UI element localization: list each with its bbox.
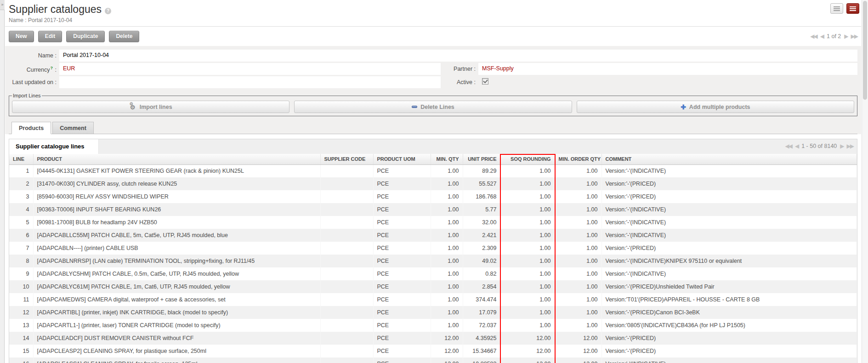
cell-min-order-qty: 1.00	[555, 255, 601, 267]
updated-active-row: Last updated on : Active :	[9, 76, 857, 88]
form-view-button[interactable]	[846, 3, 859, 14]
cell-supplier-code	[320, 190, 373, 203]
previous-page-icon[interactable]: ◀	[820, 33, 823, 40]
cell-comment: Version:'-'(PRICED)Unshielded Twited Pai…	[601, 280, 857, 293]
form-sheet: Name : Portal 2017-10-04 Currency? : EUR…	[5, 46, 861, 134]
page-title: Supplier catalogues	[9, 3, 102, 16]
table-row[interactable]: 7[ADAPCABLN----] (printer) CABLE USBPCE1…	[9, 242, 857, 255]
sidebar-expand-button[interactable]: »	[0, 0, 5, 10]
table-row[interactable]: 10[ADAPCABLYC61M] PATCH CABLE, 1m, Cat6,…	[9, 280, 857, 293]
edit-button[interactable]: Edit	[38, 31, 62, 42]
table-row[interactable]: 9[ADAPCABLYC5HM] PATCH CABLE, 0.5m, Cat5…	[9, 267, 857, 280]
cell-comment: Version:'-'(INDICATIVE)KNIPEX 975110 or …	[601, 255, 857, 267]
cell-supplier-code	[320, 216, 373, 229]
cell-min-qty: 1.00	[431, 216, 463, 229]
list-view-button[interactable]	[830, 3, 843, 14]
table-row[interactable]: 15[ADAPCLEASP2] CLEANING SPRAY, for plas…	[9, 345, 857, 357]
cell-product: [ADAPCABLYC5HM] PATCH CABLE, 0.5m, Cat5e…	[33, 267, 320, 280]
last-page-icon[interactable]: ▶▶	[851, 33, 857, 40]
cell-product-uom: PCE	[373, 164, 431, 177]
name-field[interactable]: Portal 2017-10-04	[59, 50, 857, 62]
cell-product-uom: PCE	[373, 267, 431, 280]
plus-icon: ✚	[681, 104, 686, 110]
currency-field[interactable]: EUR	[59, 63, 441, 75]
page-scrollbar[interactable]	[862, 0, 868, 363]
table-row[interactable]: 12[ADAPCARTIBL] (printer, inkjet) INK CA…	[9, 306, 857, 319]
table-row[interactable]: 1[04445-0K131] GASKET KIT POWER STEERING…	[9, 164, 857, 177]
cell-comment: Version:'-'(PRICED)	[601, 242, 857, 255]
next-page-icon[interactable]: ▶	[844, 33, 847, 40]
cell-unit-price: 89.29	[463, 164, 500, 177]
column-header-supplier-code[interactable]: SUPPLIER CODE	[320, 154, 373, 164]
add-multiple-products-button-label: Add multiple products	[689, 104, 750, 110]
currency-help-icon[interactable]: ?	[51, 66, 53, 70]
column-header-product[interactable]: PRODUCT	[33, 154, 320, 164]
table-row[interactable]: 2[31470-0K030] CYLINDER assy, clutch rel…	[9, 177, 857, 190]
import-lines-legend: Import Lines	[12, 93, 42, 98]
cell-min-order-qty: 1.00	[555, 177, 601, 190]
add-multiple-products-button[interactable]: ✚ Add multiple products	[577, 101, 854, 113]
table-row[interactable]: 16[ADAPCLEASS1] CLEANING SPRAY, for frag…	[9, 357, 857, 363]
list-pager: ◀◀ ◀ 1 - 50 of 8140 ▶ ▶▶	[781, 139, 857, 154]
cell-min-qty: 1.00	[431, 319, 463, 332]
table-row[interactable]: 8[ADAPCABLNRRSP] (LAN cable) TERMINATION…	[9, 255, 857, 267]
page-scrollbar-thumb[interactable]	[863, 1, 867, 100]
partner-field[interactable]: MSF-Supply	[478, 63, 857, 75]
cell-unit-price: 72.037	[463, 319, 500, 332]
delete-lines-button[interactable]: Delete Lines	[294, 101, 572, 113]
cell-line: 9	[9, 267, 33, 280]
table-row[interactable]: 4[90363-T0006] INPUT SHAFT BEARING KUN26…	[9, 203, 857, 216]
column-header-product-uom[interactable]: PRODUCT UOM	[373, 154, 431, 164]
column-header-line[interactable]: LINE	[9, 154, 33, 164]
column-header-min-order-qty[interactable]: MIN. ORDER QTY	[555, 154, 601, 164]
list-previous-page-icon[interactable]: ◀	[795, 143, 798, 154]
cell-product-uom: PCE	[373, 332, 431, 345]
cell-soq-rounding: 1.00	[500, 293, 555, 306]
duplicate-button[interactable]: Duplicate	[66, 31, 105, 42]
list-first-page-icon[interactable]: ◀◀	[785, 143, 791, 154]
cell-product-uom: PCE	[373, 357, 431, 363]
cell-line: 11	[9, 293, 33, 306]
table-row[interactable]: 13[ADAPCARTL1-] (printer, laser) TONER C…	[9, 319, 857, 332]
cell-soq-rounding: 1.00	[500, 216, 555, 229]
cell-min-order-qty: 12.00	[555, 345, 601, 357]
cell-product-uom: PCE	[373, 242, 431, 255]
table-row[interactable]: 5[90981-17008] BULB for headlamp 24V HZB…	[9, 216, 857, 229]
delete-button[interactable]: Delete	[109, 31, 139, 42]
cell-supplier-code	[320, 177, 373, 190]
column-header-soq-rounding[interactable]: SOQ ROUNDING	[500, 154, 555, 164]
active-checkbox[interactable]	[482, 78, 488, 85]
table-row[interactable]: 3[85940-60030] RELAY ASSY WINDSHIELD WIP…	[9, 190, 857, 203]
cell-min-qty: 1.00	[431, 306, 463, 319]
new-button[interactable]: New	[9, 31, 34, 42]
table-row[interactable]: 11[ADAPCAMEDWS] CAMERA digital, waterpro…	[9, 293, 857, 306]
import-lines-button[interactable]: Import lines	[12, 101, 289, 113]
cell-min-order-qty: 1.00	[555, 280, 601, 293]
cell-product-uom: PCE	[373, 319, 431, 332]
form-view-icon	[850, 6, 856, 11]
list-next-page-icon[interactable]: ▶	[840, 143, 843, 154]
tab-products[interactable]: Products	[11, 122, 51, 134]
first-page-icon[interactable]: ◀◀	[810, 33, 817, 40]
help-icon[interactable]: ?	[105, 8, 111, 14]
cell-min-order-qty: 1.00	[555, 293, 601, 306]
record-subtitle: Name : Portal 2017-10-04	[9, 17, 857, 23]
column-header-min-qty[interactable]: MIN. QTY	[431, 154, 463, 164]
cell-min-qty: 1.00	[431, 293, 463, 306]
cell-supplier-code	[320, 267, 373, 280]
cell-min-qty: 1.00	[431, 267, 463, 280]
cell-line: 3	[9, 190, 33, 203]
table-row[interactable]: 14[ADAPCLEADCF] DUST REMOVER CANISTER wi…	[9, 332, 857, 345]
table-row[interactable]: 6[ADAPCABLLC55M] PATCH CABLE, 5m, Cat5e,…	[9, 229, 857, 242]
tab-comment[interactable]: Comment	[52, 122, 94, 134]
cell-unit-price: 17.079	[463, 306, 500, 319]
cell-min-order-qty: 1.00	[555, 164, 601, 177]
list-last-page-icon[interactable]: ▶▶	[847, 143, 853, 154]
column-header-comment[interactable]: COMMENT	[601, 154, 857, 164]
last-updated-field[interactable]	[59, 76, 441, 88]
cell-unit-price: 2.854	[463, 280, 500, 293]
cell-soq-rounding: 1.00	[500, 306, 555, 319]
column-header-unit-price[interactable]: UNIT PRICE	[463, 154, 500, 164]
minus-icon	[412, 106, 417, 108]
cell-min-order-qty: 1.00	[555, 267, 601, 280]
